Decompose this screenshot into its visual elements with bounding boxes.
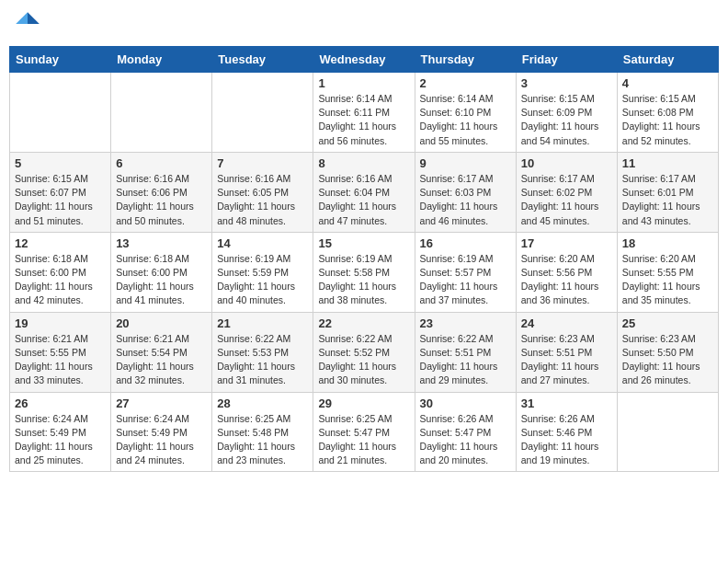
daylight-text: Daylight: 11 hours and 29 minutes. <box>420 360 511 387</box>
day-number: 1 <box>318 76 409 90</box>
daylight-text: Daylight: 11 hours and 26 minutes. <box>622 360 713 387</box>
day-info: Sunrise: 6:14 AMSunset: 6:10 PMDaylight:… <box>420 92 511 148</box>
day-info: Sunrise: 6:19 AMSunset: 5:58 PMDaylight:… <box>318 252 409 308</box>
day-info: Sunrise: 6:24 AMSunset: 5:49 PMDaylight:… <box>15 412 106 468</box>
sunset-text: Sunset: 6:06 PM <box>116 186 207 200</box>
sunrise-text: Sunrise: 6:20 AM <box>622 252 713 266</box>
sunrise-text: Sunrise: 6:25 AM <box>318 412 409 426</box>
day-info: Sunrise: 6:22 AMSunset: 5:52 PMDaylight:… <box>318 332 409 388</box>
sunset-text: Sunset: 5:55 PM <box>622 266 713 280</box>
sunrise-text: Sunrise: 6:24 AM <box>116 412 207 426</box>
day-info: Sunrise: 6:16 AMSunset: 6:05 PMDaylight:… <box>217 172 308 228</box>
daylight-text: Daylight: 11 hours and 36 minutes. <box>521 280 612 307</box>
calendar-cell: 18Sunrise: 6:20 AMSunset: 5:55 PMDayligh… <box>617 232 718 312</box>
calendar-week-row: 12Sunrise: 6:18 AMSunset: 6:00 PMDayligh… <box>10 232 719 312</box>
svg-marker-1 <box>16 12 28 24</box>
daylight-text: Daylight: 11 hours and 21 minutes. <box>318 440 409 467</box>
day-number: 20 <box>116 316 207 330</box>
calendar-week-row: 19Sunrise: 6:21 AMSunset: 5:55 PMDayligh… <box>10 312 719 392</box>
calendar-cell: 26Sunrise: 6:24 AMSunset: 5:49 PMDayligh… <box>10 392 111 472</box>
sunset-text: Sunset: 5:58 PM <box>318 266 409 280</box>
daylight-text: Daylight: 11 hours and 41 minutes. <box>116 280 207 307</box>
sunrise-text: Sunrise: 6:15 AM <box>521 92 612 106</box>
day-info: Sunrise: 6:25 AMSunset: 5:48 PMDaylight:… <box>217 412 308 468</box>
day-info: Sunrise: 6:26 AMSunset: 5:47 PMDaylight:… <box>420 412 511 468</box>
sunrise-text: Sunrise: 6:17 AM <box>420 172 511 186</box>
weekday-header: Tuesday <box>212 47 313 73</box>
day-number: 8 <box>318 156 409 170</box>
day-number: 28 <box>217 396 308 410</box>
day-info: Sunrise: 6:14 AMSunset: 6:11 PMDaylight:… <box>318 92 409 148</box>
sunrise-text: Sunrise: 6:18 AM <box>15 252 106 266</box>
day-number: 11 <box>622 156 713 170</box>
day-number: 16 <box>420 236 511 250</box>
sunset-text: Sunset: 6:09 PM <box>521 106 612 120</box>
calendar-cell <box>111 73 212 153</box>
daylight-text: Daylight: 11 hours and 20 minutes. <box>420 440 511 467</box>
sunset-text: Sunset: 5:53 PM <box>217 346 308 360</box>
sunrise-text: Sunrise: 6:19 AM <box>420 252 511 266</box>
calendar-cell: 5Sunrise: 6:15 AMSunset: 6:07 PMDaylight… <box>10 152 111 232</box>
day-number: 12 <box>15 236 106 250</box>
day-info: Sunrise: 6:23 AMSunset: 5:50 PMDaylight:… <box>622 332 713 388</box>
day-info: Sunrise: 6:25 AMSunset: 5:47 PMDaylight:… <box>318 412 409 468</box>
calendar-cell: 24Sunrise: 6:23 AMSunset: 5:51 PMDayligh… <box>516 312 617 392</box>
day-number: 24 <box>521 316 612 330</box>
sunrise-text: Sunrise: 6:22 AM <box>318 332 409 346</box>
calendar-cell: 30Sunrise: 6:26 AMSunset: 5:47 PMDayligh… <box>415 392 516 472</box>
daylight-text: Daylight: 11 hours and 38 minutes. <box>318 280 409 307</box>
sunrise-text: Sunrise: 6:22 AM <box>420 332 511 346</box>
sunset-text: Sunset: 5:55 PM <box>15 346 106 360</box>
calendar-cell: 7Sunrise: 6:16 AMSunset: 6:05 PMDaylight… <box>212 152 313 232</box>
daylight-text: Daylight: 11 hours and 24 minutes. <box>116 440 207 467</box>
day-number: 6 <box>116 156 207 170</box>
calendar-cell: 16Sunrise: 6:19 AMSunset: 5:57 PMDayligh… <box>415 232 516 312</box>
daylight-text: Daylight: 11 hours and 45 minutes. <box>521 200 612 227</box>
day-number: 23 <box>420 316 511 330</box>
calendar-cell: 14Sunrise: 6:19 AMSunset: 5:59 PMDayligh… <box>212 232 313 312</box>
sunrise-text: Sunrise: 6:26 AM <box>420 412 511 426</box>
sunrise-text: Sunrise: 6:14 AM <box>318 92 409 106</box>
calendar-cell: 6Sunrise: 6:16 AMSunset: 6:06 PMDaylight… <box>111 152 212 232</box>
sunset-text: Sunset: 6:08 PM <box>622 106 713 120</box>
sunset-text: Sunset: 6:00 PM <box>116 266 207 280</box>
day-info: Sunrise: 6:15 AMSunset: 6:09 PMDaylight:… <box>521 92 612 148</box>
sunset-text: Sunset: 6:05 PM <box>217 186 308 200</box>
day-number: 27 <box>116 396 207 410</box>
day-info: Sunrise: 6:17 AMSunset: 6:02 PMDaylight:… <box>521 172 612 228</box>
day-number: 7 <box>217 156 308 170</box>
day-info: Sunrise: 6:15 AMSunset: 6:07 PMDaylight:… <box>15 172 106 228</box>
day-number: 15 <box>318 236 409 250</box>
day-number: 22 <box>318 316 409 330</box>
calendar-cell: 23Sunrise: 6:22 AMSunset: 5:51 PMDayligh… <box>415 312 516 392</box>
sunset-text: Sunset: 5:54 PM <box>116 346 207 360</box>
calendar-cell: 3Sunrise: 6:15 AMSunset: 6:09 PMDaylight… <box>516 73 617 153</box>
sunset-text: Sunset: 6:10 PM <box>420 106 511 120</box>
calendar-cell: 31Sunrise: 6:26 AMSunset: 5:46 PMDayligh… <box>516 392 617 472</box>
day-number: 3 <box>521 76 612 90</box>
daylight-text: Daylight: 11 hours and 50 minutes. <box>116 200 207 227</box>
day-number: 5 <box>15 156 106 170</box>
weekday-header: Thursday <box>415 47 516 73</box>
weekday-header: Wednesday <box>313 47 415 73</box>
daylight-text: Daylight: 11 hours and 51 minutes. <box>15 200 106 227</box>
sunset-text: Sunset: 5:50 PM <box>622 346 713 360</box>
day-number: 26 <box>15 396 106 410</box>
daylight-text: Daylight: 11 hours and 43 minutes. <box>622 200 713 227</box>
day-number: 29 <box>318 396 409 410</box>
calendar-cell: 9Sunrise: 6:17 AMSunset: 6:03 PMDaylight… <box>415 152 516 232</box>
day-number: 21 <box>217 316 308 330</box>
sunrise-text: Sunrise: 6:15 AM <box>15 172 106 186</box>
day-info: Sunrise: 6:19 AMSunset: 5:57 PMDaylight:… <box>420 252 511 308</box>
daylight-text: Daylight: 11 hours and 52 minutes. <box>622 120 713 147</box>
sunset-text: Sunset: 5:47 PM <box>420 426 511 440</box>
calendar-cell: 12Sunrise: 6:18 AMSunset: 6:00 PMDayligh… <box>10 232 111 312</box>
daylight-text: Daylight: 11 hours and 35 minutes. <box>622 280 713 307</box>
day-info: Sunrise: 6:23 AMSunset: 5:51 PMDaylight:… <box>521 332 612 388</box>
day-info: Sunrise: 6:16 AMSunset: 6:04 PMDaylight:… <box>318 172 409 228</box>
sunset-text: Sunset: 5:51 PM <box>420 346 511 360</box>
weekday-header: Friday <box>516 47 617 73</box>
day-info: Sunrise: 6:21 AMSunset: 5:55 PMDaylight:… <box>15 332 106 388</box>
calendar-week-row: 1Sunrise: 6:14 AMSunset: 6:11 PMDaylight… <box>10 73 719 153</box>
day-info: Sunrise: 6:18 AMSunset: 6:00 PMDaylight:… <box>15 252 106 308</box>
